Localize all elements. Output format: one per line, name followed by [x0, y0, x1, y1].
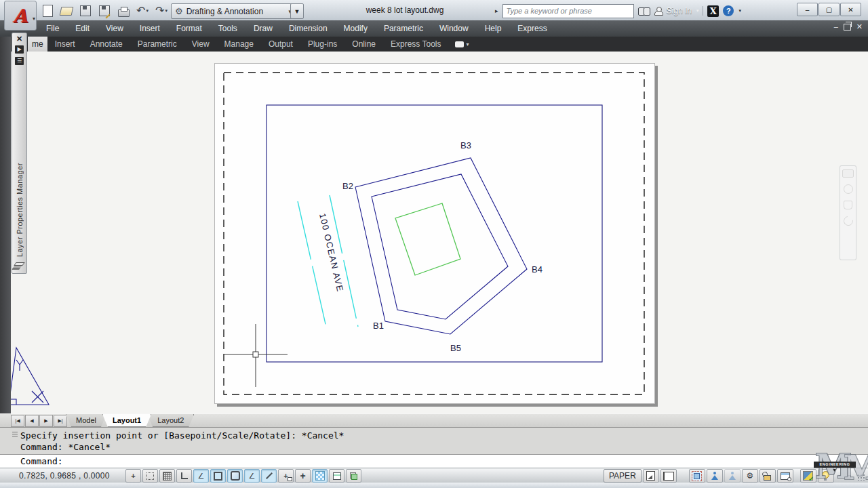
exchange-apps-button[interactable]: X	[707, 5, 719, 17]
auto-hide-icon[interactable]: ▶	[15, 45, 24, 54]
quick-view-drawings-button[interactable]	[660, 469, 677, 483]
lineweight-toggle[interactable]: +	[295, 469, 311, 483]
ribbon-tab-home[interactable]: me	[28, 37, 47, 52]
ribbon-tab-manage[interactable]: Manage	[217, 37, 261, 52]
menu-modify[interactable]: Modify	[336, 22, 376, 35]
quick-properties-toggle[interactable]	[329, 469, 344, 483]
quick-view-layouts-button[interactable]	[643, 469, 659, 483]
menu-insert[interactable]: Insert	[132, 22, 168, 35]
toolbar-lock-button[interactable]	[760, 469, 776, 483]
selection-cycling-toggle[interactable]	[346, 469, 361, 483]
qat-customize-button[interactable]: ▼	[290, 3, 304, 19]
navigation-bar[interactable]	[840, 165, 856, 260]
ribbon-tab-insert[interactable]: Insert	[47, 37, 83, 52]
infocenter: ▸ Sign In ▾ X ? ▾	[495, 3, 741, 18]
open-file-button[interactable]	[58, 3, 75, 18]
menu-edit[interactable]: Edit	[67, 22, 98, 35]
tab-layout2[interactable]: Layout2	[147, 414, 194, 427]
layout-tab-bar: |◀ ◀ ▶ ▶| Model Layout1 Layout2	[0, 413, 868, 427]
polar-tracking-toggle[interactable]: ∠	[193, 469, 209, 483]
application-menu-button[interactable]: A ▾	[4, 1, 37, 30]
redo-button[interactable]: ↷▾	[153, 3, 170, 18]
ribbon-tab-parametric[interactable]: Parametric	[130, 37, 184, 52]
status-bar-menu-button[interactable]	[777, 469, 793, 483]
dynamic-input-toggle[interactable]: +	[278, 469, 294, 483]
pan-icon[interactable]	[844, 201, 852, 209]
ribbon-tab-annotate[interactable]: Annotate	[83, 37, 130, 52]
menu-help[interactable]: Help	[477, 22, 510, 35]
ribbon-tab-online[interactable]: Online	[344, 37, 383, 52]
search-input[interactable]	[502, 4, 634, 18]
dynamic-ucs-toggle[interactable]	[261, 469, 277, 483]
3d-object-snap-toggle[interactable]	[227, 469, 243, 483]
first-tab-button[interactable]: |◀	[11, 415, 24, 427]
next-tab-button[interactable]: ▶	[39, 415, 53, 427]
drawing-area[interactable]: B3 B2 B4 B1 B5 100 OCEAN AVE ✕	[0, 52, 868, 413]
save-button[interactable]	[77, 3, 94, 18]
close-button[interactable]: ✕	[840, 3, 861, 16]
tab-nav-buttons: |◀ ◀ ▶ ▶|	[11, 414, 70, 427]
undo-button[interactable]: ↶▾	[134, 3, 151, 18]
status-bar: 0.7825, 0.9685 , 0.0000 + ∠ ∠ + + PAPER	[0, 468, 868, 483]
chevron-down-icon[interactable]: ▾	[696, 8, 699, 14]
ribbon-tab-view[interactable]: View	[184, 37, 217, 52]
doc-minimize-button[interactable]: –	[834, 23, 838, 30]
menu-dimension[interactable]: Dimension	[281, 22, 336, 35]
maximize-viewport-button[interactable]	[689, 469, 705, 483]
ribbon-tab-plugins[interactable]: Plug-ins	[300, 37, 344, 52]
help-button[interactable]: ?	[723, 5, 734, 16]
tab-model[interactable]: Model	[66, 414, 106, 427]
workspace-switcher[interactable]: ⚙ Drafting & Annotation ▾	[171, 3, 296, 19]
prev-tab-button[interactable]: ◀	[25, 415, 39, 427]
command-input-line[interactable]: Command:	[0, 454, 868, 468]
minimize-button[interactable]: –	[797, 3, 818, 16]
paper-model-toggle[interactable]: PAPER	[604, 469, 642, 483]
doc-restore-button[interactable]	[844, 24, 851, 30]
workspace-switching-button[interactable]: ⚙	[742, 469, 758, 483]
command-prompt: Command:	[20, 456, 63, 466]
grid-display-toggle[interactable]	[159, 469, 175, 483]
doc-close-button[interactable]: ✕	[856, 23, 863, 30]
snap-mode-toggle[interactable]	[142, 469, 158, 483]
full-navigation-wheel-icon[interactable]	[844, 184, 853, 194]
infer-constraints-toggle[interactable]: +	[125, 469, 141, 483]
tab-layout1[interactable]: Layout1	[102, 414, 151, 427]
search-binoculars-icon[interactable]	[638, 7, 650, 15]
last-tab-button[interactable]: ▶|	[54, 415, 67, 427]
status-right-cluster: PAPER ⚙	[604, 469, 834, 483]
coordinate-display[interactable]: 0.7825, 0.9685 , 0.0000	[19, 471, 110, 481]
orbit-icon[interactable]	[842, 214, 854, 227]
annotation-autoscale-button[interactable]	[724, 469, 741, 483]
sign-in-button[interactable]: Sign In	[667, 6, 692, 16]
menu-format[interactable]: Format	[168, 22, 210, 35]
document-title: week 8 lot layout.dwg	[366, 5, 444, 15]
menu-file[interactable]: File	[38, 22, 67, 35]
save-as-button[interactable]	[96, 3, 113, 18]
close-icon[interactable]: ✕	[16, 35, 22, 43]
chevron-down-icon[interactable]: ▾	[738, 8, 741, 14]
command-history[interactable]: Specify insertion point or [Basepoint/Sc…	[0, 427, 868, 454]
new-file-button[interactable]	[39, 3, 56, 18]
ortho-mode-toggle[interactable]	[176, 469, 192, 483]
menu-window[interactable]: Window	[431, 22, 477, 35]
object-snap-tracking-toggle[interactable]: ∠	[244, 469, 260, 483]
infocenter-collapse-icon[interactable]: ▸	[495, 7, 498, 14]
transparency-toggle[interactable]	[312, 469, 328, 483]
menu-express[interactable]: Express	[509, 22, 555, 35]
annotation-visibility-button[interactable]	[707, 469, 723, 483]
menu-view[interactable]: View	[98, 22, 132, 35]
menu-parametric[interactable]: Parametric	[376, 22, 431, 35]
menu-draw[interactable]: Draw	[245, 22, 281, 35]
steering-wheel-icon[interactable]	[842, 169, 854, 178]
ribbon-tab-output[interactable]: Output	[261, 37, 300, 52]
object-snap-toggle[interactable]	[210, 469, 226, 483]
command-window-grip[interactable]	[12, 432, 18, 436]
menu-tools[interactable]: Tools	[210, 22, 245, 35]
plot-button[interactable]	[115, 3, 132, 18]
save-icon	[80, 5, 91, 16]
properties-menu-icon[interactable]: ☰	[15, 57, 24, 65]
maximize-button[interactable]: ▢	[818, 3, 840, 16]
minimize-ribbon-button[interactable]: ▾	[455, 37, 469, 52]
ribbon-tab-express-tools[interactable]: Express Tools	[383, 37, 448, 52]
status-toggles: + ∠ ∠ + +	[125, 469, 361, 483]
